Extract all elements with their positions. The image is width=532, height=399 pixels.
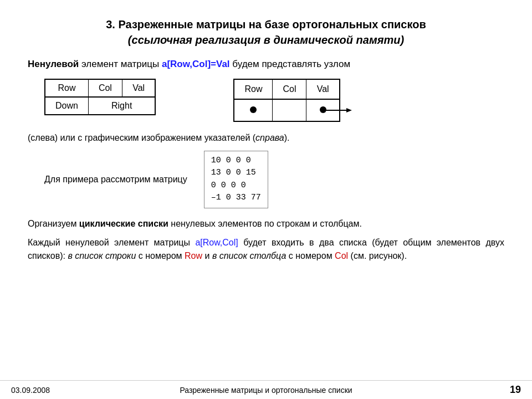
table-row-pointers: Down Right bbox=[45, 97, 155, 115]
footer-date: 03.09.2008 bbox=[11, 386, 139, 395]
right-cell-row: Row bbox=[234, 79, 273, 99]
diagrams-row: Row Col Val Down Right Row Col Val bbox=[44, 79, 504, 122]
right-cell-down-dot bbox=[234, 99, 273, 121]
cell-down: Down bbox=[45, 97, 88, 115]
caption-left: (слева) или с графическим изображением у… bbox=[28, 133, 255, 142]
body2-rest4: с номером bbox=[286, 251, 335, 260]
title-line2: (ссылочная реализация в динамической пам… bbox=[128, 34, 404, 46]
right-table-header: Row Col Val bbox=[234, 79, 340, 99]
body2-italic2: в список столбца bbox=[212, 251, 286, 260]
right-cell-empty bbox=[273, 99, 306, 121]
intro-bold: Ненулевой bbox=[28, 59, 79, 69]
matrix-row-0: 10 0 0 0 bbox=[211, 155, 261, 167]
intro-rest: элемент матрицы bbox=[79, 59, 162, 69]
caption-text: (слева) или с графическим изображением у… bbox=[28, 133, 504, 143]
intro-paragraph: Ненулевой элемент матрицы a[Row,Col]=Val… bbox=[28, 58, 504, 71]
matrix-row-1: 13 0 0 15 bbox=[211, 167, 261, 180]
right-cell-val: Val bbox=[306, 79, 340, 99]
title-line1: 3. Разреженные матрицы на базе ортогонал… bbox=[106, 18, 426, 30]
body2-italic1: в список строки bbox=[68, 251, 136, 260]
body2-rest3: и bbox=[202, 251, 212, 260]
body2-red1: Row bbox=[185, 251, 202, 260]
right-arrow-icon bbox=[323, 106, 354, 114]
example-label: Для примера рассмотрим матрицу bbox=[44, 175, 187, 185]
svg-marker-1 bbox=[346, 108, 352, 112]
caption-italic: справа bbox=[255, 133, 284, 142]
slide-title: 3. Разреженные матрицы на базе ортогонал… bbox=[28, 17, 504, 48]
table-row-header: Row Col Val bbox=[45, 79, 155, 97]
right-cell-col: Col bbox=[273, 79, 306, 99]
cell-col: Col bbox=[88, 79, 122, 97]
cell-val: Val bbox=[122, 79, 155, 97]
cell-row: Row bbox=[45, 79, 88, 97]
right-cell-right-dot bbox=[306, 99, 340, 121]
body-paragraph-2: Каждый ненулевой элемент матрицы a[Row,C… bbox=[28, 236, 504, 263]
example-row: Для примера рассмотрим матрицу 10 0 0 0 … bbox=[44, 151, 504, 208]
body2-text: Каждый ненулевой элемент матрицы bbox=[28, 238, 195, 247]
body1-rest: ненулевых элементов по строкам и столбца… bbox=[168, 219, 362, 228]
body1-text: Организуем bbox=[28, 219, 79, 228]
body2-red2: Col bbox=[335, 251, 348, 260]
body1-bold: циклические списки bbox=[79, 219, 168, 228]
body-paragraph-1: Организуем циклические списки ненулевых … bbox=[28, 217, 504, 231]
footer-title: Разреженные матрицы и ортогональные спис… bbox=[139, 386, 393, 395]
left-node-diagram: Row Col Val Down Right bbox=[44, 79, 156, 115]
footer: 03.09.2008 Разреженные матрицы и ортогон… bbox=[0, 380, 532, 399]
matrix-row-3: –1 0 33 77 bbox=[211, 192, 261, 204]
node-table-left: Row Col Val Down Right bbox=[44, 79, 156, 115]
matrix-row-2: 0 0 0 0 bbox=[211, 180, 261, 192]
matrix-box: 10 0 0 0 13 0 0 15 0 0 0 0 –1 0 33 77 bbox=[204, 151, 268, 208]
cell-right: Right bbox=[88, 97, 155, 115]
body2-rest2: с номером bbox=[136, 251, 185, 260]
right-table-pointers bbox=[234, 99, 340, 121]
down-pointer-dot bbox=[250, 106, 257, 113]
footer-page: 19 bbox=[393, 384, 521, 396]
body2-blue: a[Row,Col] bbox=[195, 238, 238, 247]
intro-rest2: будем представлять узлом bbox=[230, 59, 351, 69]
node-table-right: Row Col Val bbox=[233, 79, 340, 122]
intro-code: a[Row,Col]=Val bbox=[162, 59, 230, 69]
caption-end: ). bbox=[284, 133, 290, 142]
body2-rest5: (см. рисунок). bbox=[348, 251, 407, 260]
right-node-diagram: Row Col Val bbox=[233, 79, 340, 122]
